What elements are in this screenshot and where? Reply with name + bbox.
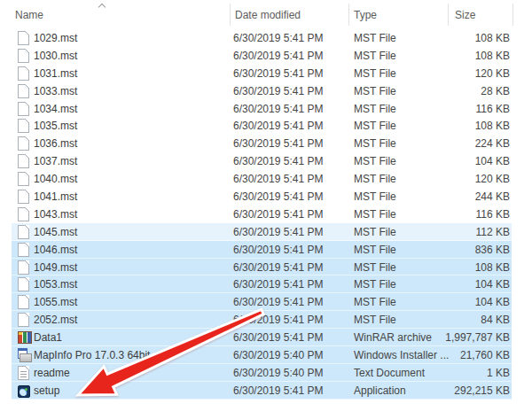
size-cell: 28 KB — [481, 85, 510, 97]
size-cell: 112 KB — [476, 226, 510, 238]
size-cell: 21,760 KB — [460, 349, 510, 361]
table-row[interactable]: 1046.mst 6/30/2019 5:41 PM MST File 836 … — [12, 241, 512, 259]
date-modified-cell: 6/30/2019 5:41 PM — [233, 331, 323, 344]
column-header-type[interactable]: Type — [354, 9, 377, 21]
table-row[interactable]: 1053.mst 6/30/2019 5:41 PM MST File 104 … — [12, 275, 512, 293]
column-header-size[interactable]: Size — [455, 9, 475, 21]
date-modified-cell: 6/30/2019 5:40 PM — [233, 367, 323, 379]
file-name-cell: 1030.mst — [34, 50, 77, 62]
table-row[interactable]: Data1 6/30/2019 5:41 PM WinRAR archive 1… — [12, 329, 512, 346]
mst-file-icon — [18, 136, 29, 151]
file-name-cell: 1034.mst — [34, 103, 77, 115]
type-cell: MST File — [354, 85, 396, 97]
date-modified-cell: 6/30/2019 5:41 PM — [233, 208, 323, 221]
file-list: 1029.mst 6/30/2019 5:41 PM MST File 108 … — [12, 29, 512, 400]
type-cell: MST File — [354, 137, 396, 150]
date-modified-cell: 6/30/2019 5:41 PM — [233, 296, 323, 308]
date-modified-cell: 6/30/2019 5:41 PM — [233, 314, 323, 326]
table-row[interactable]: 1041.mst 6/30/2019 5:41 PM MST File 244 … — [12, 188, 512, 206]
table-row[interactable]: 1033.mst 6/30/2019 5:41 PM MST File 28 K… — [12, 82, 512, 100]
size-cell: 1,997,787 KB — [445, 331, 510, 344]
type-cell: MST File — [354, 190, 396, 203]
file-name-cell: 1053.mst — [34, 278, 77, 291]
column-separator[interactable] — [348, 4, 349, 26]
windows-installer-icon — [18, 348, 32, 362]
table-row[interactable]: 2052.mst 6/30/2019 5:41 PM MST File 84 K… — [12, 311, 512, 329]
size-cell: 120 KB — [475, 173, 510, 185]
table-row[interactable]: 1043.mst 6/30/2019 5:41 PM MST File 116 … — [12, 206, 512, 223]
mst-file-icon — [18, 31, 29, 45]
type-cell: MST File — [354, 208, 396, 221]
type-cell: MST File — [354, 32, 396, 44]
type-cell: MST File — [354, 296, 396, 308]
file-name-cell: Data1 — [34, 331, 62, 344]
type-cell: Text Document — [354, 367, 425, 379]
table-row[interactable]: 1036.mst 6/30/2019 5:41 PM MST File 224 … — [12, 135, 512, 152]
table-row[interactable]: 1045.mst 6/30/2019 5:41 PM MST File 112 … — [12, 223, 512, 241]
date-modified-cell: 6/30/2019 5:41 PM — [233, 261, 323, 274]
application-icon — [18, 385, 30, 398]
date-modified-cell: 6/30/2019 5:41 PM — [233, 226, 323, 238]
table-row[interactable]: 1029.mst 6/30/2019 5:41 PM MST File 108 … — [12, 29, 512, 47]
type-cell: MST File — [354, 155, 396, 167]
table-row[interactable]: readme 6/30/2019 5:40 PM Text Document 1… — [12, 364, 512, 382]
type-cell: MST File — [354, 261, 396, 274]
size-cell: 120 KB — [475, 67, 510, 80]
winrar-archive-icon — [18, 331, 32, 344]
type-cell: MST File — [354, 103, 396, 115]
mst-file-icon — [18, 295, 29, 309]
table-row[interactable]: 1031.mst 6/30/2019 5:41 PM MST File 120 … — [12, 65, 512, 82]
table-row[interactable]: 1055.mst 6/30/2019 5:41 PM MST File 104 … — [12, 293, 512, 311]
file-name-cell: setup — [34, 384, 59, 397]
date-modified-cell: 6/30/2019 5:41 PM — [233, 173, 323, 185]
size-cell: 84 KB — [481, 314, 510, 326]
mst-file-icon — [18, 154, 29, 168]
file-name-cell: 1031.mst — [34, 67, 77, 80]
file-name-cell: 1046.mst — [34, 244, 77, 256]
column-separator[interactable] — [448, 4, 449, 26]
type-cell: MST File — [354, 314, 396, 326]
file-name-cell: 1055.mst — [34, 296, 77, 308]
table-row[interactable]: 1049.mst 6/30/2019 5:41 PM MST File 108 … — [12, 259, 512, 276]
date-modified-cell: 6/30/2019 5:41 PM — [233, 120, 323, 132]
file-name-cell: 1049.mst — [34, 261, 77, 274]
mst-file-icon — [18, 49, 29, 63]
date-modified-cell: 6/30/2019 5:41 PM — [233, 244, 323, 256]
table-row[interactable]: MapInfo Pro 17.0.3 64bit 6/30/2019 5:40 … — [12, 346, 512, 364]
mst-file-icon — [18, 260, 29, 275]
column-header-date-modified[interactable]: Date modified — [235, 9, 301, 21]
date-modified-cell: 6/30/2019 5:41 PM — [233, 155, 323, 167]
table-row[interactable]: 1037.mst 6/30/2019 5:41 PM MST File 104 … — [12, 152, 512, 170]
size-cell: 108 KB — [475, 32, 510, 44]
type-cell: MST File — [354, 50, 396, 62]
table-row[interactable]: 1030.mst 6/30/2019 5:41 PM MST File 108 … — [12, 47, 512, 65]
mst-file-icon — [18, 225, 29, 239]
type-cell: MST File — [354, 226, 396, 238]
size-cell: 836 KB — [475, 244, 510, 256]
date-modified-cell: 6/30/2019 5:41 PM — [233, 278, 323, 291]
mst-file-icon — [18, 66, 29, 81]
mst-file-icon — [18, 243, 29, 257]
size-cell: 116 KB — [476, 103, 510, 115]
table-row[interactable]: 1035.mst 6/30/2019 5:41 PM MST File 108 … — [12, 117, 512, 135]
date-modified-cell: 6/30/2019 5:41 PM — [233, 32, 323, 44]
column-separator[interactable] — [512, 4, 513, 26]
table-row[interactable]: 1040.mst 6/30/2019 5:41 PM MST File 120 … — [12, 170, 512, 188]
column-separator[interactable] — [230, 4, 231, 26]
file-name-cell: 1040.mst — [34, 173, 77, 185]
column-header-name[interactable]: Name — [15, 9, 43, 21]
size-cell: 116 KB — [476, 208, 510, 221]
file-name-cell: readme — [34, 367, 70, 379]
file-name-cell: 2052.mst — [34, 314, 77, 326]
mst-file-icon — [18, 190, 29, 204]
date-modified-cell: 6/30/2019 5:41 PM — [233, 67, 323, 80]
sort-ascending-icon — [99, 3, 106, 9]
date-modified-cell: 6/30/2019 5:41 PM — [233, 50, 323, 62]
mst-file-icon — [18, 207, 29, 221]
table-row[interactable]: setup 6/30/2019 5:41 PM Application 292,… — [12, 382, 512, 400]
file-name-cell: MapInfo Pro 17.0.3 64bit — [34, 349, 150, 361]
type-cell: MST File — [354, 278, 396, 291]
size-cell: 108 KB — [475, 120, 510, 132]
type-cell: Application — [354, 384, 406, 397]
table-row[interactable]: 1034.mst 6/30/2019 5:41 PM MST File 116 … — [12, 100, 512, 118]
